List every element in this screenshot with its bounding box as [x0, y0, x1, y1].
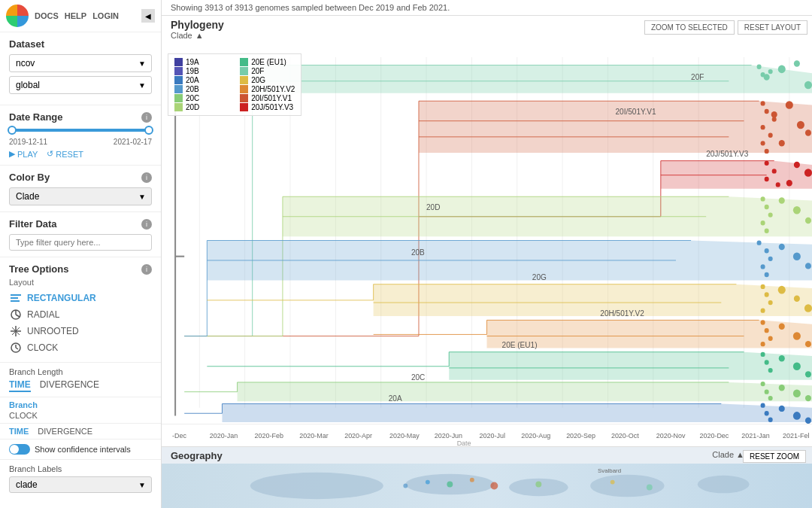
branch-label: Branch: [9, 400, 38, 409]
color-by-select[interactable]: Clade: [9, 187, 152, 205]
zoom-to-selected-button[interactable]: ZOOM TO SELECTED: [644, 20, 735, 35]
geo-map[interactable]: Svalbard: [162, 464, 812, 508]
time-divergence-section: TIME DIVERGENCE: [0, 424, 161, 440]
svg-point-45: [805, 129, 811, 135]
svg-text:2020-Dec: 2020-Dec: [700, 431, 729, 439]
svg-point-61: [793, 206, 801, 214]
radial-icon: [9, 308, 23, 321]
svg-point-192: [490, 482, 498, 490]
branch-length-section: Branch Length TIME DIVERGENCE: [0, 363, 161, 397]
svg-point-137: [761, 284, 765, 289]
layout-clock[interactable]: CLOCK: [9, 339, 152, 356]
layout-unrooted[interactable]: UNROOTED: [9, 323, 152, 339]
svg-point-119: [761, 125, 765, 129]
svg-point-139: [768, 300, 773, 305]
branch-clock-section: Branch CLOCK: [0, 397, 161, 424]
svg-text:2020-Mar: 2020-Mar: [299, 431, 328, 439]
date-range-info-icon[interactable]: i: [141, 112, 152, 123]
svg-text:2020-Oct: 2020-Oct: [611, 431, 639, 439]
layout-radial[interactable]: RADIAL: [9, 306, 152, 323]
geography-section: Geography RESET ZOOM Clade ▲: [162, 446, 812, 508]
svg-point-128: [765, 205, 769, 209]
dataset-title: Dataset: [9, 38, 152, 50]
date-end: 2021-02-17: [114, 138, 152, 146]
svg-point-133: [765, 248, 769, 253]
svg-point-70: [805, 263, 811, 269]
svg-point-35: [804, 81, 812, 90]
filter-data-info-icon[interactable]: i: [141, 219, 152, 230]
svg-point-140: [761, 308, 765, 312]
svg-point-134: [768, 257, 773, 261]
svg-point-152: [765, 411, 769, 415]
svg-point-131: [765, 229, 769, 233]
svg-point-44: [797, 121, 804, 129]
legend-item-20B: 20B: [174, 85, 229, 93]
svg-point-184: [250, 473, 383, 499]
legend-item-20I: 20I/501Y.V1: [240, 94, 295, 102]
svg-point-135: [761, 264, 765, 269]
nav-docs[interactable]: DOCS: [35, 11, 59, 20]
dataset-region-select[interactable]: global: [9, 76, 152, 94]
reset-date-button[interactable]: ↺ RESET: [47, 149, 83, 159]
layout-rectangular[interactable]: RECTANGULAR: [9, 290, 152, 306]
svg-line-5: [16, 315, 20, 317]
branch-labels-select[interactable]: clade: [9, 476, 152, 493]
color-by-section: Color By i Clade ▼: [0, 166, 161, 212]
clock-icon: [9, 341, 23, 354]
tree-options-info-icon[interactable]: i: [141, 264, 152, 275]
svg-point-78: [804, 304, 812, 312]
svg-rect-0: [11, 294, 21, 296]
filter-input[interactable]: [9, 234, 152, 251]
reset-layout-button[interactable]: RESET LAYOUT: [738, 20, 807, 35]
svg-text:2020-Sep: 2020-Sep: [566, 431, 595, 439]
date-axis: -Dec 2020-Jan 2020-Feb 2020-Mar 2020-Apr…: [162, 424, 812, 446]
time-tab[interactable]: TIME: [9, 427, 29, 436]
svg-point-145: [761, 352, 765, 357]
color-by-info-icon[interactable]: i: [141, 172, 152, 183]
svg-point-34: [794, 60, 800, 66]
svg-text:20F: 20F: [691, 72, 704, 81]
nav-login[interactable]: LOGIN: [92, 11, 119, 20]
svg-point-99: [779, 385, 785, 391]
svg-point-151: [761, 403, 765, 407]
svg-point-186: [509, 479, 568, 497]
legend-item-20A: 20A: [174, 76, 229, 84]
dataset-db-select[interactable]: ncov: [9, 54, 152, 72]
svg-point-120: [768, 133, 773, 138]
clade-header-arrow[interactable]: ▲: [195, 31, 204, 40]
collapse-sidebar-button[interactable]: ◀: [141, 9, 155, 23]
slider-left-thumb[interactable]: [8, 126, 17, 135]
svg-point-118: [772, 117, 777, 121]
svg-text:2020-Feb: 2020-Feb: [255, 431, 283, 439]
svg-point-196: [647, 485, 653, 491]
svg-text:2020-Jun: 2020-Jun: [435, 431, 462, 439]
svg-point-46: [779, 140, 785, 146]
svg-text:20C: 20C: [411, 373, 426, 382]
svg-point-125: [765, 177, 769, 181]
geo-reset-zoom-button[interactable]: RESET ZOOM: [743, 450, 806, 463]
slider-right-thumb[interactable]: [144, 126, 153, 135]
tree-options-title: Tree Options: [9, 263, 68, 275]
svg-point-130: [761, 221, 765, 225]
branch-tab-divergence[interactable]: DIVERGENCE: [40, 379, 99, 392]
clock-label[interactable]: CLOCK: [9, 411, 38, 420]
play-button[interactable]: ▶ PLAY: [9, 149, 38, 159]
confidence-toggle[interactable]: [9, 444, 30, 455]
svg-point-68: [779, 244, 785, 250]
svg-point-195: [611, 480, 615, 485]
branch-tab-time[interactable]: TIME: [9, 379, 31, 392]
svg-point-93: [793, 362, 801, 370]
svg-point-53: [804, 169, 812, 177]
divergence-tab[interactable]: DIVERGENCE: [38, 427, 92, 436]
svg-point-60: [779, 197, 785, 203]
nav-help[interactable]: HELP: [65, 11, 86, 20]
svg-point-124: [772, 169, 777, 173]
svg-point-153: [768, 418, 773, 422]
phylogeny-title: Phylogeny: [171, 19, 224, 31]
svg-text:20B: 20B: [411, 248, 425, 256]
subtitle-text: Showing 3913 of 3913 genomes sampled bet…: [171, 3, 450, 12]
svg-point-84: [779, 324, 785, 330]
legend-item-20E-EU1: 20E (EU1): [240, 58, 295, 66]
svg-text:Date: Date: [457, 439, 471, 446]
unrooted-icon: [9, 324, 23, 338]
